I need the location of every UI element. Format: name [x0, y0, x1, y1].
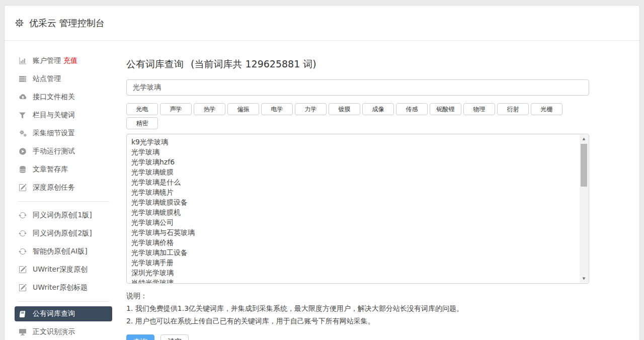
sidebar-divider [18, 301, 109, 302]
sidebar-item-content-recognition[interactable]: 正文识别演示 [5, 323, 121, 340]
result-item[interactable]: k9光学玻璃 [131, 137, 576, 147]
sidebar-item-label: 接口文件相关 [33, 93, 75, 102]
note-line: 2. 用户也可以在系统上传自己已有的关键词库，用于自己账号下所有网站采集。 [126, 315, 589, 327]
refresh-icon [19, 229, 29, 238]
notes-title: 说明： [126, 290, 589, 302]
cloud-upload-icon [19, 93, 29, 102]
tag-button[interactable]: 衍射 [497, 103, 529, 115]
sidebar-item-label: 手动运行测试 [33, 147, 75, 156]
tag-button[interactable]: 铌酸锂 [430, 103, 461, 115]
sidebar-item-label: 公有词库查询 [33, 309, 75, 318]
book-icon [19, 310, 29, 318]
sidebar-item-label: 同义词伪原创[2版] [33, 229, 92, 238]
recharge-link[interactable]: 充值 [63, 56, 77, 65]
tag-button[interactable]: 精密 [126, 117, 158, 129]
refresh-icon [19, 247, 29, 256]
tag-button[interactable]: 传感 [396, 103, 428, 115]
scroll-up-arrow-icon[interactable]: ▲ [580, 135, 588, 143]
sidebar-item-synonym-v1[interactable]: 同义词伪原创[1版] [5, 206, 121, 224]
sidebar-item-label: UWriter原创标题 [33, 283, 88, 292]
sidebar-item-label: 账户管理 [33, 56, 61, 65]
query-button[interactable]: 查询 [126, 334, 154, 340]
result-item[interactable]: 光学玻璃镜片 [131, 187, 576, 197]
result-item[interactable]: 光学玻璃是什么 [131, 177, 576, 187]
tag-button[interactable]: 光栅 [531, 103, 562, 115]
sidebar-item-sites[interactable]: 站点管理 [5, 70, 121, 88]
result-item[interactable]: 光学玻璃 [131, 147, 576, 157]
result-item[interactable]: 光学玻璃手册 [131, 258, 576, 268]
bar-chart-icon [19, 57, 29, 65]
sidebar-item-label: 深度原创任务 [33, 183, 75, 192]
edit-icon [19, 184, 29, 192]
scrollbar-thumb[interactable] [581, 144, 587, 187]
tag-button[interactable]: 力学 [295, 103, 327, 115]
sidebar-item-deep-original[interactable]: 深度原创任务 [5, 179, 121, 197]
play-circle-icon [19, 147, 29, 156]
result-item[interactable]: 光学玻璃价格 [131, 237, 576, 247]
sidebar-item-label: 同义词伪原创[1版] [33, 211, 92, 220]
sidebar-item-label: 正文识别演示 [33, 327, 75, 336]
tag-button[interactable]: 镀膜 [329, 103, 360, 115]
note-line: 1. 我们免费提供1.3亿关键词库，并集成到采集系统，最大限度方便用户，解决大部… [126, 302, 589, 315]
tag-button[interactable]: 声学 [160, 103, 192, 115]
keyword-search-input[interactable] [126, 79, 589, 96]
filter-icon [19, 111, 29, 120]
sidebar-item-label: 智能伪原创[AI版] [33, 247, 88, 256]
result-item[interactable]: 深圳光学玻璃 [131, 268, 576, 278]
sidebar-item-manual-test[interactable]: 手动运行测试 [5, 142, 121, 160]
results-listbox: k9光学玻璃 光学玻璃 光学玻璃hzf6 光学玻璃镀膜 光学玻璃是什么 光学玻璃… [126, 134, 589, 284]
gear-icon [15, 18, 24, 28]
server-icon [19, 75, 29, 83]
sidebar-item-label: 站点管理 [33, 74, 61, 83]
page-title: 公有词库查询 [126, 58, 184, 71]
sidebar-item-public-thesaurus[interactable]: 公有词库查询 [15, 306, 112, 321]
result-item[interactable]: 光学玻璃公司 [131, 217, 576, 227]
gears-icon [19, 129, 29, 138]
word-count-subtitle: (当前词库共 129625881 词) [191, 58, 316, 71]
result-item[interactable]: 光学玻璃镀膜机 [131, 207, 576, 217]
sidebar-item-collect-settings[interactable]: 采集细节设置 [5, 124, 121, 142]
sidebar-item-synonym-v2[interactable]: 同义词伪原创[2版] [5, 224, 121, 242]
sidebar-item-account[interactable]: 账户管理 充值 [5, 52, 121, 70]
sidebar-item-label: 采集细节设置 [33, 129, 75, 138]
tag-button[interactable]: 物理 [463, 103, 495, 115]
scroll-down-arrow-icon[interactable]: ▼ [580, 275, 588, 283]
sidebar: 账户管理 充值 站点管理 [5, 41, 121, 340]
sidebar-item-label: 文章暂存库 [33, 165, 68, 174]
sidebar-item-article-store[interactable]: 文章暂存库 [5, 160, 121, 179]
refresh-icon [19, 211, 29, 220]
sidebar-item-ai-original[interactable]: 智能伪原创[AI版] [5, 242, 121, 261]
result-item[interactable]: 光学玻璃hzf6 [131, 157, 576, 167]
sidebar-item-uwriter-title[interactable]: UWriter原创标题 [5, 279, 121, 297]
main-content: 公有词库查询 (当前词库共 129625881 词) 光电 声学 热学 偏振 电… [121, 41, 589, 340]
tag-button[interactable]: 电学 [261, 103, 293, 115]
result-item[interactable]: 光学玻璃加工设备 [131, 247, 576, 258]
tag-button[interactable]: 热学 [194, 103, 225, 115]
tag-list: 光电 声学 热学 偏振 电学 力学 镀膜 成像 传感 铌酸锂 物理 衍射 光栅 … [126, 103, 589, 129]
tag-button[interactable]: 成像 [362, 103, 394, 115]
scrollbar-track[interactable]: ▲ ▼ [580, 135, 588, 283]
result-item[interactable]: 肖特光学玻璃 [131, 278, 576, 284]
sidebar-item-label: UWriter深度原创 [33, 265, 88, 274]
sidebar-divider [18, 201, 109, 202]
sidebar-item-uwriter-deep[interactable]: UWriter深度原创 [5, 261, 121, 279]
tag-button[interactable]: 光电 [126, 103, 158, 115]
tag-button[interactable]: 偏振 [227, 103, 259, 115]
sidebar-item-interface-files[interactable]: 接口文件相关 [5, 88, 121, 106]
clear-button[interactable]: 清空 [160, 334, 189, 340]
result-item[interactable]: 光学玻璃镀膜设备 [131, 197, 576, 207]
monitor-icon [19, 328, 29, 336]
edit-icon [19, 284, 29, 292]
sidebar-item-label: 栏目与关键词 [33, 111, 75, 120]
result-item[interactable]: 光学玻璃与石英玻璃 [131, 227, 576, 237]
sidebar-item-keywords[interactable]: 栏目与关键词 [5, 106, 121, 124]
database-icon [19, 165, 29, 174]
edit-icon [19, 266, 29, 274]
result-item[interactable]: 光学玻璃镀膜 [131, 167, 576, 177]
notes-section: 说明： 1. 我们免费提供1.3亿关键词库，并集成到采集系统，最大限度方便用户，… [126, 290, 589, 327]
app-header: 优采云 管理控制台 [5, 6, 639, 41]
app-title: 优采云 管理控制台 [29, 17, 105, 29]
main-window: 优采云 管理控制台 账户管理 充值 [4, 5, 640, 340]
